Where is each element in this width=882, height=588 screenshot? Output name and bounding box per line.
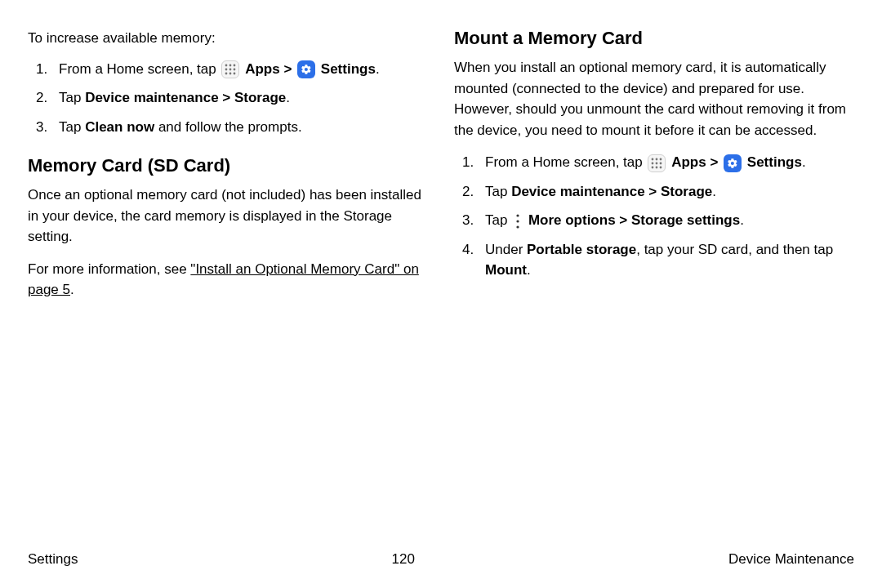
memory-card-heading: Memory Card (SD Card) (28, 155, 428, 176)
svg-point-19 (517, 220, 519, 222)
footer-right: Device Maintenance (728, 551, 854, 568)
mount-card-steps: From a Home screen, tap Apps > Settings.… (454, 152, 854, 281)
svg-point-13 (656, 162, 658, 164)
apps-icon (648, 154, 666, 172)
footer-page-number: 120 (392, 551, 415, 568)
settings-label: Settings (321, 61, 376, 77)
svg-point-12 (652, 162, 654, 164)
svg-point-3 (225, 69, 228, 71)
svg-point-20 (517, 225, 519, 228)
svg-point-17 (660, 166, 662, 168)
step-3: Tap More options > Storage settings. (454, 210, 854, 231)
svg-point-5 (234, 69, 236, 71)
more-info-paragraph: For more information, see "Install an Op… (28, 259, 428, 301)
svg-point-8 (234, 73, 236, 75)
svg-point-2 (234, 65, 236, 67)
step-2: Tap Device maintenance > Storage. (28, 87, 428, 109)
svg-point-0 (225, 65, 228, 67)
right-column: Mount a Memory Card When you install an … (454, 28, 854, 539)
mount-card-paragraph: When you install an optional memory card… (454, 57, 854, 140)
footer-left: Settings (28, 551, 78, 568)
svg-point-4 (229, 69, 232, 71)
step-1: From a Home screen, tap Apps > Settings. (454, 152, 854, 173)
svg-point-11 (660, 158, 662, 160)
step-4: Under Portable storage, tap your SD card… (454, 239, 854, 281)
step-3: Tap Clean now and follow the prompts. (28, 117, 428, 138)
more-options-icon (513, 213, 523, 229)
svg-point-15 (652, 166, 654, 168)
svg-point-7 (229, 73, 232, 75)
apps-icon (221, 60, 239, 78)
mount-card-heading: Mount a Memory Card (454, 28, 854, 49)
svg-point-16 (656, 166, 658, 168)
step-2: Tap Device maintenance > Storage. (454, 181, 854, 203)
settings-icon (724, 154, 742, 172)
apps-label: Apps (245, 61, 280, 77)
settings-icon (297, 60, 315, 78)
step-1: From a Home screen, tap Apps > Settings. (28, 59, 428, 80)
svg-point-18 (517, 214, 519, 216)
increase-memory-steps: From a Home screen, tap Apps > Settings.… (28, 59, 428, 138)
left-column: To increase available memory: From a Hom… (28, 28, 428, 539)
svg-point-6 (225, 73, 228, 75)
svg-point-10 (656, 158, 658, 160)
settings-label: Settings (747, 154, 802, 170)
page-footer: Settings 120 Device Maintenance (0, 539, 882, 580)
apps-label: Apps (671, 154, 706, 170)
svg-point-14 (660, 162, 662, 164)
svg-point-1 (229, 65, 232, 67)
intro-text: To increase available memory: (28, 28, 428, 49)
svg-point-9 (652, 158, 654, 160)
memory-card-paragraph: Once an optional memory card (not includ… (28, 185, 428, 247)
page-body: To increase available memory: From a Hom… (0, 0, 882, 539)
